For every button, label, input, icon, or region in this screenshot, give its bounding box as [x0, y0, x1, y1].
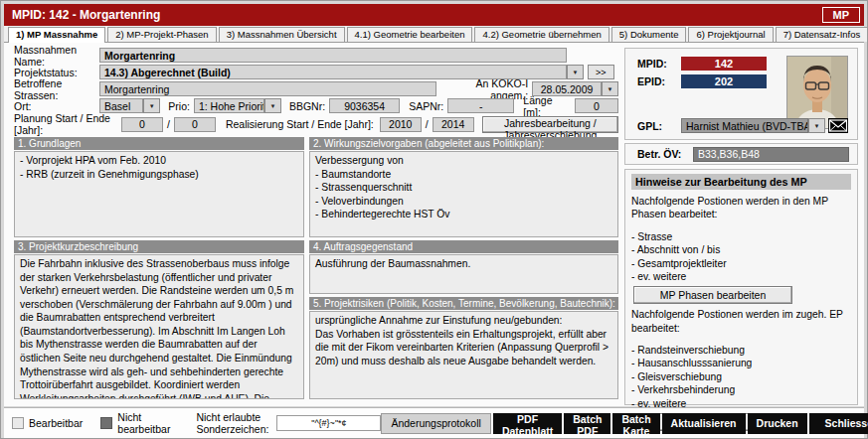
ep-item: - Gleisverschiebung — [631, 370, 851, 383]
laenge-input[interactable]: 0 — [575, 98, 618, 113]
planung-ende-input[interactable]: 0 — [174, 117, 216, 132]
tab-geometrie-bearbeiten[interactable]: 4.1) Geometrie bearbeiten — [347, 27, 473, 42]
realisierung-label: Realisierung Start / Ende [Jahr]: — [226, 118, 374, 130]
batch-pdf-button[interactable]: Batch PDF — [564, 413, 610, 434]
section-projektkurzbeschreibung-header: 3. Projektkurzbeschreibung — [14, 240, 304, 253]
betr-oev-label: Betr. ÖV: — [637, 148, 693, 160]
section-wirkungszielvorgaben-header: 2. Wirkungszielvorgaben (abgeleitet aus … — [309, 137, 618, 150]
gpl-label: GPL: — [637, 120, 681, 132]
realisierung-ende-input[interactable]: 2014 — [433, 117, 474, 132]
drucken-button[interactable]: Drucken — [748, 413, 807, 434]
ort-select[interactable]: Basel — [99, 98, 143, 113]
tab-massnahmen-uebersicht[interactable]: 3) Massnahmen Übersicht — [219, 27, 345, 42]
slash-separator: / — [426, 118, 429, 130]
mp-item: - Strasse — [631, 230, 851, 243]
footer-bar: Bearbeitbar Nicht bearbeitbar Nicht erla… — [4, 407, 864, 438]
mp-phasen-bearbeiten-button[interactable]: MP Phasen bearbeiten — [633, 286, 792, 304]
tab-mp-massnahme[interactable]: 1) MP Massnahme — [8, 27, 105, 43]
section-projektrisiken-header: 5. Projektrisiken (Politik, Kosten, Term… — [309, 297, 618, 310]
section-auftragsgegenstand-header: 4. Auftragsgegenstand — [309, 240, 618, 253]
betroffene-strassen-label: Betroffene Strassen: — [14, 77, 99, 101]
gpl-chevron-down-icon[interactable]: ▼ — [808, 118, 825, 133]
mp-badge: MP — [822, 7, 861, 23]
hinweise-intro-ep: Nachfolgende Postionen werden im zugeh. … — [631, 308, 851, 335]
gpl-select[interactable]: Harnist Mathieu (BVD-TBA-I-A) — [681, 118, 808, 133]
ep-item: - Randsteinverschiebung — [631, 344, 851, 357]
mp-item: - Gesamtprojektleiter — [631, 257, 851, 270]
schliessen-button[interactable]: Schliessen — [809, 413, 868, 434]
koko-label: An KOKO-I angem.: — [436, 77, 528, 101]
sapnr-input[interactable]: - — [447, 98, 514, 113]
hinweise-title: Hinweise zur Bearbeitung des MP — [631, 174, 851, 190]
main-content: Massnahmen Name: Morgartenring Projektst… — [4, 43, 864, 406]
epid-badge: 202 — [681, 74, 767, 88]
mpid-badge: 142 — [681, 57, 767, 71]
tab-datensatz-infos[interactable]: 7) Datensatz-Infos — [776, 27, 868, 42]
title-bar: MPID: 142 - Morgartenring MP — [4, 4, 864, 26]
sapnr-label: SAPNr: — [409, 100, 443, 112]
editable-legend: Bearbeitbar — [29, 417, 83, 429]
mail-icon[interactable] — [828, 118, 848, 133]
betroffene-strassen-input[interactable]: Morgartenring — [99, 81, 436, 96]
massnahmen-name-input[interactable]: Morgartenring — [99, 48, 567, 63]
batch-karte-button[interactable]: Batch Karte — [612, 413, 659, 434]
projektstatus-chevron-down-icon[interactable]: ▼ — [567, 65, 584, 79]
planung-label: Planung Start / Ende [Jahr]: — [14, 112, 121, 136]
laenge-label: Länge [m]: — [523, 94, 570, 118]
pdf-datenblatt-button[interactable]: PDF Datenblatt — [493, 413, 562, 434]
betr-oev-input[interactable]: B33,B36,B48 — [693, 147, 849, 162]
prio-label: Prio: — [168, 100, 190, 112]
aenderungsprotokoll-button[interactable]: Änderungsprotokoll — [381, 413, 490, 434]
realisierung-start-input[interactable]: 2010 — [380, 117, 422, 132]
tab-bar: 1) MP Massnahme 2) MP-Projekt-Phasen 3) … — [4, 26, 864, 43]
form-column: Massnahmen Name: Morgartenring Projektst… — [14, 48, 618, 406]
projektstatus-expand-button[interactable]: >> — [588, 65, 614, 79]
window-title: MPID: 142 - Morgartenring — [12, 8, 160, 22]
section-grundlagen-header: 1. Grundlagen — [14, 137, 304, 150]
prio-chevron-down-icon[interactable]: ▼ — [264, 98, 281, 113]
not-editable-swatch — [100, 417, 112, 429]
ort-label: Ort: — [14, 100, 99, 112]
section-wirkungszielvorgaben-text[interactable]: Verbessergung von - Baumstandorte - Stra… — [309, 151, 618, 237]
bbgnr-label: BBGNr: — [289, 100, 325, 112]
section-projektrisiken-text[interactable]: ursprüngliche Annahme zur Einstufung neu… — [309, 311, 618, 399]
prio-select[interactable]: 1: Hohe Priorität — [194, 98, 264, 113]
slash-separator: / — [167, 118, 170, 130]
aktualisieren-button[interactable]: Aktualisieren — [662, 413, 746, 434]
epid-label: EPID: — [637, 75, 681, 87]
bbgnr-input[interactable]: 9036354 — [329, 98, 400, 113]
betr-oev-box: Betr. ÖV: B33,B36,B48 — [624, 143, 858, 165]
tab-mp-projekt-phasen[interactable]: 2) MP-Projekt-Phasen — [107, 27, 216, 42]
ep-item: - ev. weitere — [631, 397, 851, 410]
tab-projektjournal[interactable]: 6) Projektjournal — [688, 27, 773, 42]
ort-chevron-down-icon[interactable]: ▼ — [143, 98, 160, 113]
hinweise-box: Hinweise zur Bearbeitung des MP Nachfolg… — [624, 169, 858, 405]
side-panel: MPID: 142 EPID: 202 — [624, 48, 858, 406]
section-auftragsgegenstand-text[interactable]: Ausführung der Baumassnahmen. — [309, 254, 618, 294]
sections-grid: 1. Grundlagen - Vorprojekt HPA vom Feb. … — [14, 137, 618, 402]
section-projektkurzbeschreibung-text[interactable]: Die Fahrbahn inklusive des Strassenoberb… — [14, 254, 304, 399]
massnahmen-name-label: Massnahmen Name: — [14, 44, 99, 68]
planung-start-input[interactable]: 0 — [121, 117, 163, 132]
mpid-label: MPID: — [637, 58, 681, 70]
editable-swatch — [12, 417, 24, 429]
ep-item: - Hausanschlusssanierung — [631, 357, 851, 369]
mp-item: - ev. weitere — [631, 270, 851, 283]
id-box: MPID: 142 EPID: 202 — [624, 48, 858, 140]
mp-window: MPID: 142 - Morgartenring MP 1) MP Massn… — [0, 0, 868, 439]
koko-chevron-down-icon[interactable]: ▼ — [602, 81, 618, 96]
section-grundlagen-text[interactable]: - Vorprojekt HPA vom Feb. 2010 - RRB (zu… — [14, 151, 304, 237]
not-editable-legend: Nicht bearbeitbar — [117, 411, 170, 435]
jahresbearbeitung-button[interactable]: Jahresbearbeitung / Jahresverschiebung — [482, 116, 618, 133]
sonderzeichen-label: Nicht erlaubte Sonderzeichen: — [196, 411, 268, 435]
sonderzeichen-input[interactable] — [276, 415, 381, 431]
tab-geometrie-uebernehmen[interactable]: 4.2) Geometrie übernehmen — [474, 27, 608, 42]
ep-item: - Verkehrsbehinderung — [631, 383, 851, 396]
hinweise-intro-mp: Nachfolgende Postionen werden in den MP … — [631, 195, 851, 221]
tab-dokumente[interactable]: 5) Dokumente — [611, 27, 687, 42]
mp-item: - Abschnitt von / bis — [631, 243, 851, 256]
